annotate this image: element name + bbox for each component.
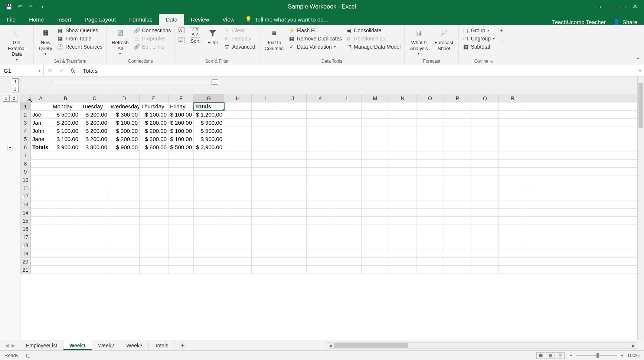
cell-Q17[interactable] — [471, 233, 499, 241]
cell-F3[interactable]: $ 200.00 — [169, 119, 194, 127]
cell-D1[interactable]: Wednesday — [109, 102, 140, 110]
share-button[interactable]: 👤 Share — [613, 19, 637, 25]
cell-A15[interactable] — [31, 217, 51, 225]
cell-R13[interactable] — [499, 200, 526, 208]
cell-C15[interactable] — [80, 217, 109, 225]
cell-J13[interactable] — [279, 200, 307, 208]
cell-H7[interactable] — [224, 151, 252, 159]
view-page-layout-icon[interactable]: ▤ — [546, 352, 555, 359]
cell-E5[interactable]: $ 300.00 — [140, 135, 169, 143]
cell-Q18[interactable] — [471, 241, 499, 249]
cell-H19[interactable] — [224, 249, 252, 257]
cell-D6[interactable]: $ 900.00 — [109, 143, 140, 151]
ribbon-display-options-icon[interactable]: ▭ — [595, 3, 601, 10]
cell-I5[interactable] — [252, 135, 279, 143]
row-header-9[interactable]: 9 — [20, 168, 31, 176]
hscroll-left-icon[interactable]: ◀ — [327, 344, 334, 348]
cell-A9[interactable] — [31, 168, 51, 176]
cell-G14[interactable] — [194, 209, 224, 216]
cell-H18[interactable] — [224, 241, 252, 249]
cell-I9[interactable] — [252, 168, 279, 176]
cell-L2[interactable] — [334, 111, 362, 118]
cell-B13[interactable] — [51, 200, 80, 208]
cell-H17[interactable] — [224, 233, 252, 241]
cell-P8[interactable] — [444, 160, 471, 167]
column-header-A[interactable]: A — [31, 94, 51, 102]
cell-P19[interactable] — [444, 249, 471, 257]
cell-Q19[interactable] — [471, 249, 499, 257]
cell-M9[interactable] — [362, 168, 389, 176]
cell-M4[interactable] — [362, 127, 389, 135]
minimize-icon[interactable]: — — [608, 3, 614, 10]
cell-J16[interactable] — [279, 225, 307, 233]
cancel-icon[interactable]: ✕ — [48, 67, 52, 74]
cell-B8[interactable] — [51, 160, 80, 167]
cell-I14[interactable] — [252, 209, 279, 216]
cell-F8[interactable] — [169, 160, 194, 167]
cell-B19[interactable] — [51, 249, 80, 257]
cell-E14[interactable] — [140, 209, 169, 216]
sort-asc-button[interactable]: A↓ — [179, 27, 184, 34]
cell-E12[interactable] — [140, 192, 169, 200]
zoom-slider-handle[interactable] — [596, 353, 599, 358]
cell-E21[interactable] — [140, 266, 169, 274]
cell-J3[interactable] — [279, 119, 307, 127]
col-outline-level-2[interactable]: 2 — [12, 86, 19, 92]
cell-I8[interactable] — [252, 160, 279, 167]
cell-A17[interactable] — [31, 233, 51, 241]
cell-F14[interactable] — [169, 209, 194, 216]
cell-F18[interactable] — [169, 241, 194, 249]
cell-M12[interactable] — [362, 192, 389, 200]
col-outline-collapse[interactable]: − — [212, 79, 218, 85]
cell-M18[interactable] — [362, 241, 389, 249]
cell-O3[interactable] — [416, 119, 444, 127]
cell-A7[interactable] — [31, 151, 51, 159]
cell-K20[interactable] — [307, 258, 334, 265]
cell-C17[interactable] — [80, 233, 109, 241]
cell-I19[interactable] — [252, 249, 279, 257]
cell-K19[interactable] — [307, 249, 334, 257]
cell-F6[interactable]: $ 500.00 — [169, 143, 194, 151]
consolidate-button[interactable]: ▣Consolidate — [346, 27, 401, 34]
cell-D10[interactable] — [109, 176, 140, 184]
cell-N16[interactable] — [389, 225, 416, 233]
cell-G10[interactable] — [194, 176, 224, 184]
cell-L5[interactable] — [334, 135, 362, 143]
cell-H14[interactable] — [224, 209, 252, 216]
cell-E7[interactable] — [140, 151, 169, 159]
cell-M15[interactable] — [362, 217, 389, 225]
cell-A10[interactable] — [31, 176, 51, 184]
cell-O11[interactable] — [416, 184, 444, 192]
cell-P1[interactable] — [444, 102, 471, 110]
manage-data-model-button[interactable]: ⬚Manage Data Model — [346, 43, 401, 50]
view-normal-icon[interactable]: ▦ — [536, 352, 545, 359]
cell-O15[interactable] — [416, 217, 444, 225]
cell-Q12[interactable] — [471, 192, 499, 200]
column-header-E[interactable]: E — [140, 94, 169, 102]
enter-icon[interactable]: ✓ — [59, 67, 64, 74]
row-header-21[interactable]: 21 — [20, 266, 31, 274]
cell-D5[interactable]: $ 200.00 — [109, 135, 140, 143]
cell-H15[interactable] — [224, 217, 252, 225]
cell-K8[interactable] — [307, 160, 334, 167]
get-external-data-button[interactable]: 📄 Get External Data ▾ — [4, 27, 30, 62]
column-header-I[interactable]: I — [252, 94, 279, 102]
cell-B18[interactable] — [51, 241, 80, 249]
cell-C10[interactable] — [80, 176, 109, 184]
cell-O13[interactable] — [416, 200, 444, 208]
column-header-C[interactable]: C — [80, 94, 109, 102]
cell-J19[interactable] — [279, 249, 307, 257]
cell-I13[interactable] — [252, 200, 279, 208]
cell-C14[interactable] — [80, 209, 109, 216]
cell-A2[interactable]: Joe — [31, 111, 51, 118]
cell-H5[interactable] — [224, 135, 252, 143]
cell-G6[interactable]: $ 3,900.00 — [194, 143, 224, 151]
cell-I21[interactable] — [252, 266, 279, 274]
cell-I6[interactable] — [252, 143, 279, 151]
cell-O21[interactable] — [416, 266, 444, 274]
cell-Q13[interactable] — [471, 200, 499, 208]
cell-R19[interactable] — [499, 249, 526, 257]
tab-file[interactable]: File — [0, 14, 22, 25]
cell-M8[interactable] — [362, 160, 389, 167]
cell-O6[interactable] — [416, 143, 444, 151]
